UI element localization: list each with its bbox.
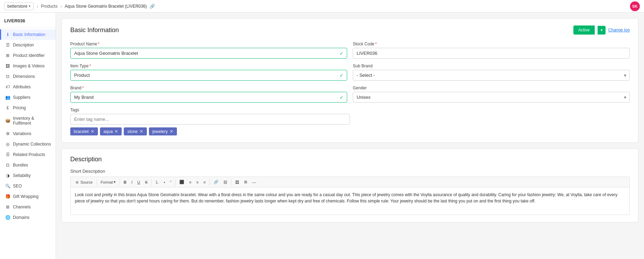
attributes-icon: 🏷 (5, 84, 10, 89)
unordered-list-button[interactable]: • (162, 179, 167, 185)
store-selector[interactable]: betterstore ▾ (4, 2, 34, 10)
tag-close-icon[interactable]: ✕ (114, 129, 118, 134)
align-justify-button[interactable]: ≡ (201, 179, 208, 185)
tag-bracelet: bracelet ✕ (70, 127, 98, 135)
sidebar-item-variations[interactable]: ⚙ Variations (0, 128, 56, 139)
avatar[interactable]: SK (630, 1, 640, 11)
sidebar-item-suppliers[interactable]: 👥 Suppliers (0, 92, 56, 103)
tag-close-icon[interactable]: ✕ (170, 129, 173, 134)
item-type-group: Item Type* ✓ (70, 64, 347, 81)
tags-label: Tags (70, 108, 350, 112)
sidebar-item-basic-information[interactable]: ℹ Basic Information (0, 29, 56, 40)
sidebar-item-attributes[interactable]: 🏷 Attributes (0, 82, 56, 92)
changelog-button[interactable]: Change log (608, 28, 630, 32)
status-active-button[interactable]: Active (573, 25, 595, 35)
source-button[interactable]: ⌘ Source (73, 179, 95, 185)
item-type-input[interactable] (70, 70, 347, 81)
product-name-check-icon: ✓ (339, 51, 344, 56)
sidebar-item-label: Inventory & Fulfilment (13, 116, 51, 126)
sidebar-item-dynamic-collections[interactable]: ◎ Dynamic Collections (0, 139, 56, 149)
sidebar-item-channels[interactable]: ⊞ Channels (0, 202, 56, 212)
ordered-list-button[interactable]: 1. (153, 179, 161, 185)
sidebar-item-pricing[interactable]: £ Pricing (0, 103, 56, 113)
stock-code-wrapper (353, 48, 630, 59)
blockquote-button[interactable]: " (168, 179, 173, 185)
align-right-button[interactable]: ≡ (194, 179, 200, 185)
sidebar-item-seo[interactable]: 🔍 SEO (0, 181, 56, 191)
sidebar-item-label: Variations (13, 131, 31, 136)
tags-group: Tags (70, 108, 350, 125)
image-button[interactable]: 🖼 (233, 179, 241, 185)
tag-stone: stone ✕ (124, 127, 146, 135)
status-chevron-button[interactable]: ▾ (598, 26, 606, 35)
seo-icon: 🔍 (5, 184, 10, 188)
brand-wrapper: ✓ (70, 92, 347, 103)
sidebar-item-images-videos[interactable]: 🖼 Images & Videos (0, 61, 56, 71)
info-icon: ℹ (5, 32, 10, 37)
sidebar-item-description[interactable]: ☰ Description (0, 40, 56, 50)
brand-input[interactable] (70, 92, 347, 103)
toolbar-separator-4 (175, 179, 176, 185)
italic-button[interactable]: I (129, 179, 135, 185)
sidebar-item-bundles[interactable]: ⊡ Bundles (0, 160, 56, 170)
source-icon: ⌘ (76, 180, 80, 184)
tag-jewelery: jewelery ✕ (149, 127, 177, 135)
editor-content[interactable]: Look cool and pretty in this brass Aqua … (70, 187, 630, 215)
hr-button[interactable]: — (250, 179, 258, 185)
underline-button[interactable]: U (135, 179, 142, 185)
product-name-label: Product Name* (70, 42, 347, 46)
description-title: Description (70, 156, 630, 163)
tag-close-icon[interactable]: ✕ (91, 129, 94, 134)
sidebar-item-inventory[interactable]: 📦 Inventory & Fulfilment (0, 113, 56, 128)
toolbar-separator-3 (151, 179, 152, 185)
sidebar-item-label: Images & Videos (13, 64, 45, 68)
gender-select[interactable]: Unisex Male Female (353, 92, 630, 103)
brand-check-icon: ✓ (339, 95, 344, 100)
identifier-icon: ⊞ (5, 53, 10, 58)
variations-icon: ⚙ (5, 131, 10, 136)
tag-label: aqua (103, 129, 113, 134)
description-card: Description Short Description ⌘ Source F… (62, 148, 638, 222)
link-button[interactable]: 🔗 (212, 179, 221, 185)
stock-code-input[interactable] (353, 48, 630, 59)
dynamic-icon: ◎ (5, 142, 10, 147)
sub-brand-select[interactable]: - Select - (353, 70, 630, 81)
breadcrumb-products[interactable]: Products (41, 4, 57, 9)
product-name-wrapper: ✓ (70, 48, 347, 59)
sidebar: LIVER036 ℹ Basic Information ☰ Descripti… (0, 13, 56, 259)
align-center-button[interactable]: ≡ (187, 179, 193, 185)
unlink-button[interactable]: ⛓ (221, 179, 229, 185)
description-icon: ☰ (5, 43, 10, 47)
sidebar-item-sellability[interactable]: ◑ Sellability (0, 170, 56, 181)
breadcrumb-sep-2: › (60, 3, 62, 9)
sub-brand-group: Sub Brand - Select - (353, 64, 630, 81)
gift-icon: 🎁 (5, 194, 10, 199)
tag-aqua: aqua ✕ (100, 127, 122, 135)
main-content: Basic Information Active ▾ Change log Pr… (56, 13, 644, 259)
align-left-button[interactable]: ⬛ (177, 179, 186, 185)
stock-code-group: Stock Code* (353, 42, 630, 59)
sidebar-item-dimensions[interactable]: ⊡ Dimensions (0, 71, 56, 82)
sidebar-item-gift-wrapping[interactable]: 🎁 Gift Wrapping (0, 191, 56, 202)
sub-brand-label: Sub Brand (353, 64, 630, 68)
store-name: betterstore (7, 4, 27, 9)
sub-brand-select-wrapper: - Select - (353, 70, 630, 81)
external-link-icon[interactable]: 🔗 (150, 4, 155, 9)
product-name-input[interactable] (70, 48, 347, 59)
gender-group: Gender Unisex Male Female (353, 86, 630, 103)
topbar: betterstore ▾ › Products › Aqua Stone Ge… (0, 0, 644, 13)
bold-button[interactable]: B (122, 179, 129, 185)
sidebar-item-product-identifier[interactable]: ⊞ Product Identifier (0, 50, 56, 61)
sidebar-item-domains[interactable]: 🌐 Domains (0, 212, 56, 223)
toolbar-separator-2 (120, 179, 120, 185)
table-button[interactable]: ⊞ (242, 179, 249, 185)
tags-input[interactable] (70, 114, 350, 125)
sidebar-item-related-products[interactable]: ☰ Related Products (0, 149, 56, 160)
strikethrough-button[interactable]: S (143, 179, 150, 185)
sidebar-item-label: Domains (13, 215, 29, 220)
editor-toolbar: ⌘ Source Format ▾ B I U (70, 177, 630, 187)
tag-label: stone (127, 129, 137, 134)
tag-close-icon[interactable]: ✕ (139, 129, 143, 134)
header-actions: Active ▾ Change log (573, 25, 630, 35)
format-button[interactable]: Format ▾ (99, 179, 118, 185)
